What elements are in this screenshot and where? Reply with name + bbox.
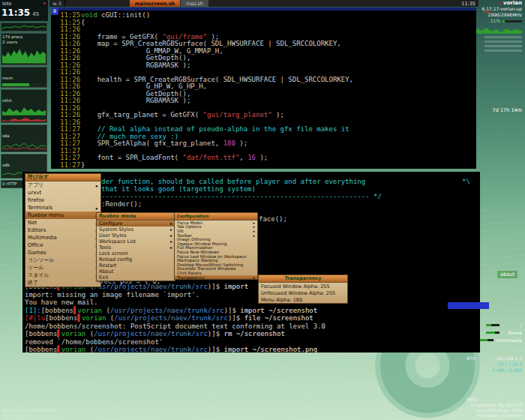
menu-item[interactable]: Workspace List▸	[97, 238, 175, 244]
code-token: "dat/font.ttf"	[182, 154, 239, 161]
right-hostname: vorian	[503, 0, 522, 6]
menu-title[interactable]: Configuration	[175, 213, 257, 220]
shell-line: [bobbens▌vorian (/usr/projects/naev/trun…	[25, 346, 326, 354]
menu-configuration: ConfigurationFocus Model▸Tab Options▸Sli…	[174, 212, 258, 280]
shell-token: [#|lu	[25, 314, 45, 322]
code-token: 16	[248, 154, 256, 161]
code-fragment: :Render();	[101, 200, 142, 208]
clock-hm: 11:35	[2, 8, 30, 18]
code-token: health = SPR_CreateRGBSurface( SDL_HWSUR…	[81, 76, 353, 83]
mpd-song: Dragonforce -My Spirit W	[464, 403, 525, 408]
menu-item[interactable]: Net▸	[26, 219, 100, 226]
toolbar-tabs: mainscreen.shirssi.sh	[130, 0, 209, 7]
menu-item[interactable]: About	[97, 268, 175, 274]
sda-box: sda	[1, 124, 47, 152]
code-line: 11:26 RGBAMASK );	[60, 62, 476, 70]
code-token: );	[207, 33, 219, 40]
shell-token: vorian	[82, 314, 106, 322]
menu-item[interactable]: Configure▸	[97, 220, 175, 226]
menu-item[interactable]: Restart	[97, 262, 175, 268]
menu-item-label: urxvt	[28, 190, 41, 196]
shell-line: [#|lu[bobbens▌vorian (/usr/projects/naev…	[25, 314, 326, 322]
menu-item[interactable]: Reload config	[97, 256, 175, 262]
toolbar-tab[interactable]: irssi.sh	[181, 0, 209, 7]
submenu-arrow-icon: ▸	[170, 227, 172, 232]
code-token: map = SPR_CreateRGBSurface( SDL_HWSURFAC…	[81, 40, 341, 47]
shell-token: )]$	[224, 307, 241, 314]
ticker-line: Mesg from iron Ban Jovi	[3, 407, 56, 413]
code-token: }	[81, 161, 85, 169]
menu-item[interactable]: System Styles▸	[97, 226, 175, 232]
menu-item[interactable]: Terminals▸	[26, 204, 100, 212]
code-token: font = SPR_LoadFont(	[81, 154, 182, 161]
menu-item[interactable]: Tools▸	[97, 244, 175, 250]
shell-token: )]$	[228, 314, 244, 322]
menu-item-label: Menu Alpha: 180	[261, 297, 302, 303]
menu-item[interactable]: Unfocused Window Alpha: 255	[259, 290, 347, 296]
code-line: 11:26 gfx_targ_planet = GetGFX( "gui/tar…	[60, 112, 476, 119]
workspace-indicator[interactable]: w-3	[50, 0, 65, 7]
menu-item[interactable]: アプリ▸	[26, 182, 100, 189]
menu-item[interactable]: コンソール▸	[26, 256, 100, 264]
mem-label: mem	[2, 76, 13, 80]
stat-line	[484, 40, 522, 43]
fs-bar	[486, 332, 500, 334]
shell-token: /usr/projects/naev/trunk/src	[94, 330, 208, 338]
shell-token: /usr/projects/naev/trunk/src	[94, 346, 208, 353]
menu-item[interactable]: User Styles▸	[97, 232, 175, 238]
shell-line: /home/bobbens/screenshot: PostScript doc…	[25, 322, 326, 331]
shell-token: file ~/screenshot	[244, 314, 314, 322]
shell-token: You have new mail.	[25, 298, 98, 306]
code-token: // Real alpha instead of pseudo-alpha in…	[98, 125, 350, 133]
menu-item[interactable]: スタイル▸	[26, 272, 100, 279]
shell-line: removed `/home/bobbens/screenshot'	[25, 338, 326, 346]
menu-item[interactable]: firefox	[26, 196, 100, 204]
menu-item[interactable]: Transparency▸	[175, 275, 257, 280]
shell-token: import ~/screenshot.png	[224, 346, 318, 353]
menu-item[interactable]: Multimedia▸	[26, 234, 100, 242]
menu-item[interactable]: Focused Window Alpha: 255	[259, 283, 347, 290]
desktop: leto 11:35 45 179 procs 2 users mem eth0…	[0, 0, 525, 420]
cpu-usage-pct: 11%	[490, 18, 500, 24]
menu-item-label: Transparency	[177, 275, 205, 280]
shell-token: [bobbens	[41, 307, 74, 314]
menu-item[interactable]: Lock screen	[97, 250, 175, 256]
menu-item[interactable]: Office▸	[26, 242, 100, 249]
menu-item[interactable]: Menu Alpha: 180	[259, 296, 347, 303]
menu-title[interactable]: Transparency	[259, 275, 347, 283]
code-token: );	[256, 154, 268, 161]
stat-line	[484, 50, 522, 52]
submenu-arrow-icon: ▸	[254, 233, 255, 238]
menu-item[interactable]: urxvt	[26, 189, 100, 196]
code-token: void	[81, 11, 98, 19]
toolbar-tab[interactable]: mainscreen.sh	[130, 0, 181, 7]
code-token: "gui/frame"	[162, 33, 207, 40]
code-token: ,	[239, 154, 248, 161]
code-fragment: face();	[259, 215, 287, 223]
menu-item[interactable]: ツール▸	[26, 264, 100, 272]
menu-item[interactable]: Exit	[97, 274, 175, 280]
code-token: G_HP_W, G_HP_H,	[81, 82, 207, 90]
code-token	[81, 125, 98, 133]
fs-bar	[480, 339, 494, 341]
ip-address: 192.168.2.4	[495, 356, 522, 362]
menu-item[interactable]: fluxbox menu▸	[26, 212, 100, 219]
menu-item[interactable]: Games▸	[26, 249, 100, 256]
clock-seconds: 45	[32, 11, 39, 17]
menu-item-label: Tools	[99, 244, 111, 250]
menu-title[interactable]: fluxbox menu	[97, 213, 175, 220]
menu-item-label: Unfocused Window Alpha: 255	[261, 290, 335, 296]
repo-revisions: Local 4588 Repo: 4588	[464, 408, 525, 413]
menu-item[interactable]: Editors▸	[26, 226, 100, 234]
menu-title[interactable]: 呼び出す	[26, 174, 100, 182]
left-hostname: leto	[2, 1, 11, 7]
fs-bar	[486, 324, 500, 326]
code-token: RGBAMASK );	[81, 62, 190, 69]
code-token: RGBAMASK );	[81, 97, 190, 104]
menu-item-label: Editors	[28, 227, 46, 233]
ticker-text: Mesg from iron Ban Jovi to the Late	[3, 407, 56, 419]
shell-token: [bobbens	[25, 330, 57, 338]
shell-token: [1]:	[25, 307, 41, 314]
menu-item[interactable]: 終了	[26, 279, 100, 286]
status-dot-icon	[44, 2, 46, 4]
